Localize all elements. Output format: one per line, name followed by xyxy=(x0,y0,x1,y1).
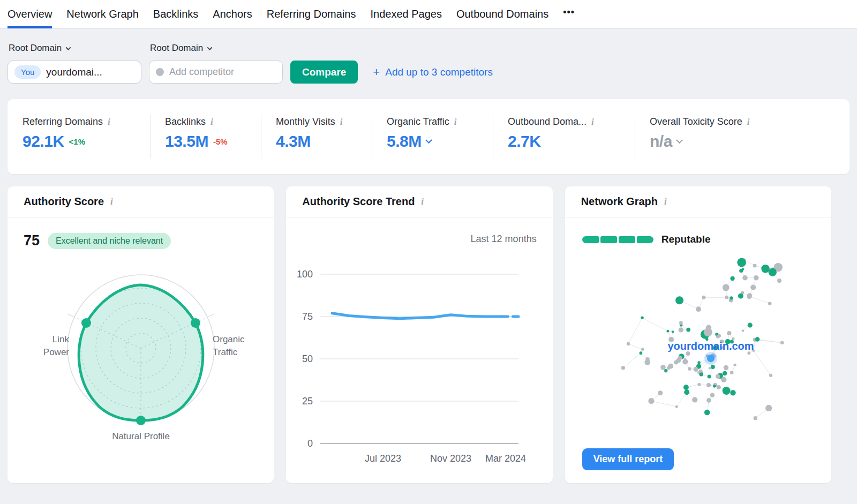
metric-label: Backlinks xyxy=(165,116,206,127)
svg-text:Nov 2023: Nov 2023 xyxy=(430,453,471,464)
chevron-down-icon[interactable] xyxy=(676,137,683,144)
add-competitors-link[interactable]: + Add up to 3 competitors xyxy=(373,61,493,84)
network-graph-title: Network Graph xyxy=(581,195,658,208)
radar-axis-natural-profile: Natural Profile xyxy=(112,431,170,441)
metric-label: Outbound Doma... xyxy=(508,116,587,127)
root-domain-dropdown[interactable]: Root Domain xyxy=(9,43,141,54)
authority-trend-chart: 1007550250Jul 2023Nov 2023Mar 2024 xyxy=(286,217,552,476)
metric-label: Monthly Visits xyxy=(276,116,335,127)
info-icon[interactable]: i xyxy=(108,117,110,127)
radar-axis-organic-traffic: OrganicTraffic xyxy=(213,334,245,357)
metric-outbound-doma: Outbound Doma...i2.7K xyxy=(493,99,635,174)
info-icon[interactable]: i xyxy=(211,117,213,127)
metric-backlinks: Backlinksi13.5M-5% xyxy=(150,99,261,174)
domain-filters: Root Domain You yourdomai... Root Domain… xyxy=(0,29,857,84)
metric-label: Overall Toxicity Score xyxy=(650,116,742,127)
svg-text:100: 100 xyxy=(297,269,313,280)
info-icon[interactable]: i xyxy=(421,197,424,207)
metric-value: 92.1K xyxy=(22,132,64,151)
svg-text:Jul 2023: Jul 2023 xyxy=(365,453,401,464)
overview-cards: Authority Score i 75 Excellent and niche… xyxy=(7,186,831,483)
tab-indexed-pages[interactable]: Indexed Pages xyxy=(370,0,441,28)
metric-value: 2.7K xyxy=(508,132,540,151)
metric-label: Referring Domains xyxy=(22,116,103,127)
authority-score-title: Authority Score xyxy=(24,195,104,208)
network-center-domain-label: yourdomain.com xyxy=(667,340,754,352)
metrics-summary-bar: Referring Domainsi92.1K<1%Backlinksi13.5… xyxy=(7,99,850,174)
metric-referring-domains: Referring Domainsi92.1K<1% xyxy=(7,99,150,174)
trend-title: Authority Score Trend xyxy=(302,195,415,208)
reputation-label: Reputable xyxy=(661,234,711,245)
authority-score-badge: Excellent and niche relevant xyxy=(48,233,171,249)
svg-text:0: 0 xyxy=(307,438,313,449)
metric-label: Organic Traffic xyxy=(387,116,449,127)
tab-overview[interactable]: Overview xyxy=(7,0,52,28)
radar-axis-link-power: LinkPower xyxy=(43,334,69,357)
authority-score-card: Authority Score i 75 Excellent and niche… xyxy=(7,186,274,483)
svg-text:Mar 2024: Mar 2024 xyxy=(485,453,526,464)
svg-text:50: 50 xyxy=(302,353,313,364)
compare-button[interactable]: Compare xyxy=(290,61,358,84)
metric-value: 13.5M xyxy=(165,132,208,151)
chevron-down-icon xyxy=(207,45,213,50)
authority-score-trend-card: Authority Score Trend i Last 12 months 1… xyxy=(286,186,552,483)
tab-referring-domains[interactable]: Referring Domains xyxy=(267,0,356,28)
you-badge: You xyxy=(14,65,41,79)
competitor-root-domain-dropdown[interactable]: Root Domain xyxy=(150,43,283,54)
chevron-down-icon xyxy=(66,45,71,50)
root-domain-label: Root Domain xyxy=(9,43,62,54)
tab-backlinks[interactable]: Backlinks xyxy=(153,0,198,28)
info-icon[interactable]: i xyxy=(340,117,343,127)
authority-radar-chart: LinkPowerOrganicTrafficNatural Profile xyxy=(23,255,259,460)
authority-score-value: 75 xyxy=(24,232,40,249)
network-graph-visualization[interactable]: yourdomain.com xyxy=(565,249,831,471)
metric-organic-traffic: Organic Traffici5.8M xyxy=(372,99,493,174)
metric-value: n/a xyxy=(650,132,672,151)
tab-anchors[interactable]: Anchors xyxy=(213,0,252,28)
chevron-down-icon[interactable] xyxy=(425,137,432,144)
view-full-report-button[interactable]: View full report xyxy=(582,448,674,470)
add-competitors-label: Add up to 3 competitors xyxy=(385,66,493,78)
info-icon[interactable]: i xyxy=(110,197,113,207)
your-domain-input[interactable]: You yourdomai... xyxy=(7,61,141,84)
top-tab-bar: OverviewNetwork GraphBacklinksAnchorsRef… xyxy=(0,0,857,29)
svg-text:25: 25 xyxy=(302,396,313,407)
metric-value: 4.3M xyxy=(276,132,311,151)
reputation-meter xyxy=(582,236,653,243)
more-tabs-button[interactable]: ••• xyxy=(563,0,575,28)
add-competitor-input[interactable]: Add competitor xyxy=(149,61,283,84)
favicon-placeholder-icon xyxy=(156,68,164,76)
network-graph-card: Network Graph i Reputable yourdomain.com… xyxy=(565,186,831,483)
tab-network-graph[interactable]: Network Graph xyxy=(66,0,139,28)
your-domain-value: yourdomai... xyxy=(46,66,102,78)
info-icon[interactable]: i xyxy=(664,197,667,207)
info-icon[interactable]: i xyxy=(747,117,750,127)
metric-monthly-visits: Monthly Visitsi4.3M xyxy=(261,99,372,174)
plus-icon: + xyxy=(373,66,380,78)
svg-text:75: 75 xyxy=(302,311,313,322)
info-icon[interactable]: i xyxy=(454,117,457,127)
tab-outbound-domains[interactable]: Outbound Domains xyxy=(456,0,548,28)
metric-overall-toxicity-score: Overall Toxicity Scorein/a xyxy=(635,99,850,174)
metric-delta: <1% xyxy=(69,137,85,146)
competitor-root-domain-label: Root Domain xyxy=(150,43,203,54)
add-competitor-placeholder: Add competitor xyxy=(169,66,234,78)
metric-value: 5.8M xyxy=(387,132,422,151)
info-icon[interactable]: i xyxy=(591,117,594,127)
metric-delta: -5% xyxy=(213,137,228,146)
